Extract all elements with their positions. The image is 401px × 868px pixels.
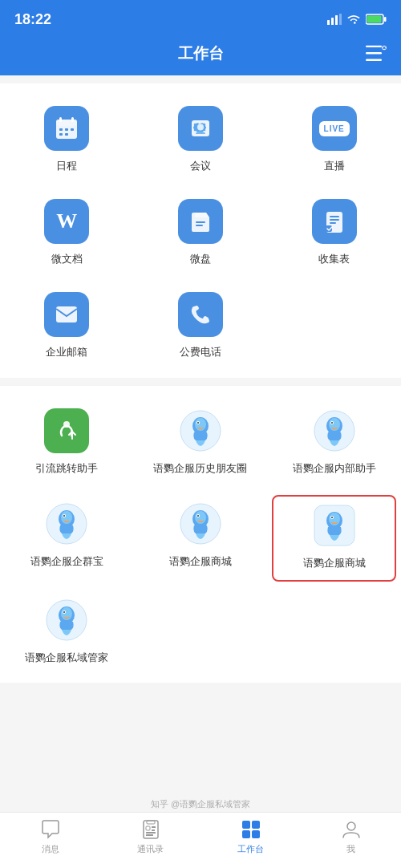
svg-rect-67: [152, 829, 155, 831]
wdisk-icon-wrap: [178, 199, 223, 244]
tab-bar: 消息 通讯录 工作台 我: [0, 812, 401, 868]
meeting-icon-wrap: [178, 106, 223, 151]
meeting-label: 会议: [190, 159, 211, 173]
app-schedule[interactable]: 日程: [0, 95, 134, 188]
svg-rect-68: [146, 832, 156, 834]
svg-rect-17: [59, 128, 63, 131]
menu-icon[interactable]: [366, 46, 387, 66]
mall2-icon-wrap: [312, 503, 357, 548]
meeting-icon: [188, 116, 213, 140]
app-private-domain[interactable]: 语鹦企服私域管家: [0, 586, 134, 679]
internal-assistant-icon-wrap: [312, 408, 357, 453]
svg-rect-69: [146, 834, 153, 836]
svg-point-31: [63, 421, 70, 428]
private-domain-label: 语鹦企服私域管家: [25, 651, 108, 665]
history-moments-label: 语鹦企服历史朋友圈: [153, 461, 247, 476]
app-phone[interactable]: 公费电话: [134, 281, 268, 374]
tab-workbench[interactable]: 工作台: [200, 819, 301, 855]
svg-rect-7: [366, 46, 382, 48]
svg-point-74: [347, 822, 355, 830]
workbench-tab-icon: [241, 819, 261, 840]
app-mall2-selected[interactable]: 语鹦企服商城: [272, 495, 396, 582]
internal-assistant-label: 语鹦企服内部助手: [293, 461, 376, 476]
app-wdisk[interactable]: 微盘: [134, 188, 268, 281]
header: 工作台: [0, 35, 401, 75]
app-collect[interactable]: 收集表: [267, 188, 401, 281]
signal-icon: [327, 14, 342, 25]
app-group-treasure[interactable]: 语鹦企服企群宝: [0, 490, 134, 586]
app-email[interactable]: 企业邮箱: [0, 281, 134, 374]
tab-contacts[interactable]: 通讯录: [100, 819, 200, 855]
svg-rect-24: [196, 225, 203, 226]
parrot-grid: 引流跳转助手 语鹦企服历史朋友圈: [0, 397, 401, 586]
svg-point-57: [331, 517, 333, 518]
contacts-tab-icon: [140, 819, 161, 840]
mall2-icon: [314, 505, 355, 546]
svg-rect-66: [152, 826, 156, 828]
tab-me[interactable]: 我: [301, 819, 401, 855]
app-traffic[interactable]: 引流跳转助手: [0, 397, 134, 490]
email-icon-wrap: [44, 292, 89, 337]
phone-label: 公费电话: [180, 345, 221, 359]
schedule-icon: [55, 116, 79, 140]
svg-point-37: [197, 422, 199, 424]
mall2-label: 语鹦企服商城: [303, 556, 366, 570]
wdoc-icon: W: [56, 209, 77, 233]
wifi-icon: [346, 14, 361, 25]
battery-icon: [366, 14, 387, 25]
live-label: 直播: [324, 159, 345, 173]
svg-point-47: [63, 515, 65, 517]
svg-rect-71: [252, 821, 260, 829]
status-icons: [327, 14, 387, 25]
app-live[interactable]: LIVE 直播: [267, 95, 401, 188]
collect-icon-wrap: [312, 199, 357, 244]
svg-rect-26: [330, 216, 339, 217]
main-content: 日程 会议 LIVE: [0, 83, 401, 747]
builtin-grid: 日程 会议 LIVE: [0, 95, 401, 375]
internal-assistant-icon: [314, 410, 355, 452]
email-label: 企业邮箱: [46, 345, 87, 359]
svg-rect-70: [242, 821, 250, 829]
group-treasure-label: 语鹦企服企群宝: [30, 554, 103, 569]
contacts-tab-label: 通讯录: [137, 843, 164, 855]
live-icon-wrap: LIVE: [312, 106, 357, 151]
svg-rect-30: [56, 306, 77, 322]
traffic-icon: [54, 418, 79, 444]
status-time: 18:22: [14, 11, 51, 28]
svg-rect-65: [146, 826, 150, 830]
svg-rect-14: [56, 120, 77, 126]
history-moments-icon-wrap: [178, 408, 223, 453]
svg-rect-28: [330, 222, 336, 224]
svg-point-52: [197, 515, 199, 517]
section-parrot: 引流跳转助手 语鹦企服历史朋友圈: [0, 386, 401, 683]
private-domain-icon-wrap: [44, 598, 89, 643]
tab-messages[interactable]: 消息: [0, 819, 100, 855]
svg-rect-3: [339, 14, 342, 25]
app-wdoc[interactable]: W 微文档: [0, 188, 134, 281]
svg-rect-18: [65, 128, 68, 131]
svg-rect-72: [242, 830, 250, 838]
watermark: 知乎 @语鹦企服私域管家: [0, 798, 401, 810]
svg-rect-6: [367, 16, 382, 23]
private-domain-row: 语鹦企服私域管家: [0, 586, 401, 679]
app-history-moments[interactable]: 语鹦企服历史朋友圈: [134, 397, 268, 490]
svg-point-42: [331, 422, 333, 424]
history-moments-icon: [180, 410, 221, 452]
svg-rect-20: [59, 133, 63, 136]
status-bar: 18:22: [0, 0, 401, 35]
app-meeting[interactable]: 会议: [134, 95, 268, 188]
me-tab-label: 我: [346, 843, 355, 855]
svg-rect-1: [331, 18, 334, 25]
email-icon: [55, 304, 79, 325]
app-internal-assistant[interactable]: 语鹦企服内部助手: [267, 397, 401, 490]
header-title: 工作台: [178, 43, 224, 64]
svg-rect-5: [384, 17, 387, 22]
wdoc-label: 微文档: [51, 252, 83, 266]
schedule-icon-wrap: [44, 106, 89, 151]
schedule-label: 日程: [56, 159, 77, 173]
collect-label: 收集表: [318, 252, 350, 266]
svg-rect-2: [335, 15, 338, 25]
app-mall1[interactable]: 语鹦企服商城: [134, 490, 268, 586]
me-tab-icon: [341, 819, 362, 840]
group-treasure-icon-wrap: [44, 501, 89, 546]
